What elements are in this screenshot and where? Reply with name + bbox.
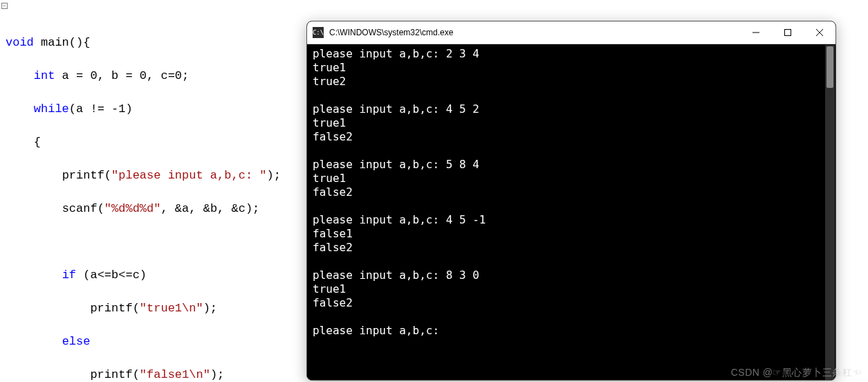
str-false1: "false1\n" xyxy=(140,368,210,381)
fn-name: main xyxy=(41,36,69,49)
fn-printf: printf xyxy=(62,169,104,182)
scrollbar[interactable] xyxy=(825,45,835,380)
titlebar[interactable]: C:\ C:\WINDOWS\system32\cmd.exe xyxy=(307,21,835,44)
keyword-if: if xyxy=(62,269,76,282)
svg-rect-1 xyxy=(785,30,791,36)
cmd-window: C:\ C:\WINDOWS\system32\cmd.exe please i… xyxy=(306,21,836,381)
console-output[interactable]: please input a,b,c: 2 3 4 true1 true2 pl… xyxy=(307,44,835,380)
window-title: C:\WINDOWS\system32\cmd.exe xyxy=(329,28,740,37)
while-cond: (a != -1) xyxy=(69,102,133,116)
minimize-button[interactable] xyxy=(740,21,772,44)
code-editor: − void main(){ int a = 0, b = 0, c=0; wh… xyxy=(0,0,311,382)
maximize-button[interactable] xyxy=(772,21,804,44)
str-scan: "%d%d%d" xyxy=(104,202,161,215)
cond1: (a<=b<=c) xyxy=(76,269,147,282)
str-prompt: "please input a,b,c: " xyxy=(111,169,266,182)
keyword-else: else xyxy=(62,335,91,348)
keyword-while: while xyxy=(34,102,69,116)
decl-text: a = 0, b = 0, c=0; xyxy=(55,69,189,82)
scrollbar-thumb[interactable] xyxy=(827,46,833,88)
keyword-int: int xyxy=(34,69,55,82)
keyword-void: void xyxy=(6,36,34,49)
str-true1: "true1\n" xyxy=(140,302,203,315)
cmd-icon: C:\ xyxy=(313,27,324,38)
collapse-icon[interactable]: − xyxy=(1,3,8,9)
close-button[interactable] xyxy=(804,21,835,44)
fn-scanf: scanf xyxy=(62,202,98,215)
scan-args: , &a, &b, &c); xyxy=(160,202,259,215)
